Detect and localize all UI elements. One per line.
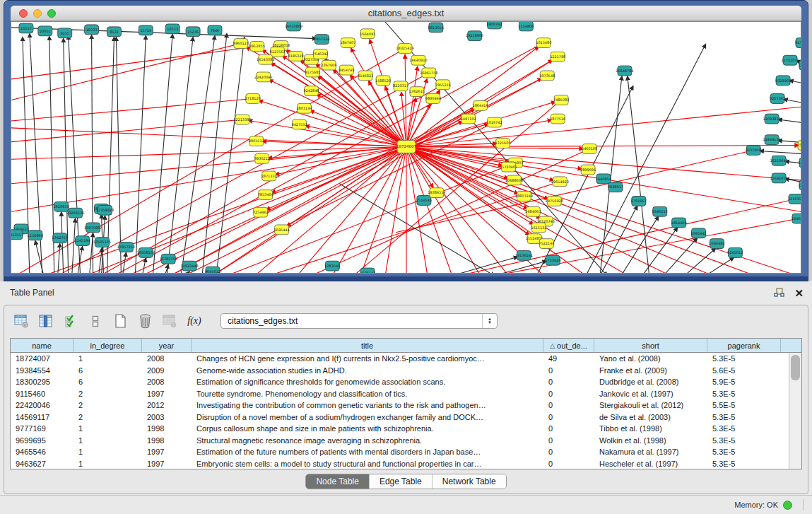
table-cell[interactable]: 2003 <box>142 413 192 421</box>
table-cell[interactable]: 18300295 <box>11 378 73 386</box>
table-row[interactable]: 969969511998Structural magnetic resonanc… <box>11 435 789 447</box>
row-height-icon[interactable] <box>87 313 104 329</box>
table-cell[interactable]: Disruption of a novel member of a sodium… <box>192 413 543 421</box>
table-row[interactable]: 911546021997Tourette syndrome. Phenomeno… <box>11 388 789 400</box>
table-cell[interactable]: 1 <box>73 460 142 468</box>
table-cell[interactable]: 1 <box>73 424 142 433</box>
table-cell[interactable]: 2009 <box>142 366 192 375</box>
table-cell[interactable]: Jankovic et al. (1997) <box>594 390 707 398</box>
table-cell[interactable]: 1 <box>73 354 142 363</box>
close-panel-icon[interactable]: ✕ <box>794 288 804 298</box>
network-window-titlebar[interactable]: citations_edges.txt <box>11 6 801 21</box>
table-cell[interactable]: 14569117 <box>11 413 73 421</box>
table-cell[interactable]: 0 <box>543 448 594 456</box>
table-row[interactable]: 946362711997Embryonic stem cells: a mode… <box>11 458 789 469</box>
table-cell[interactable]: Dudbridge et al. (2008) <box>594 378 707 386</box>
table-cell[interactable]: 1 <box>73 448 142 456</box>
table-vertical-scrollbar[interactable] <box>789 353 801 469</box>
table-cell[interactable]: 18724007 <box>11 354 73 363</box>
table-cell[interactable]: Stergiakouli et al. (2012) <box>594 401 707 409</box>
table-cell[interactable]: 5.6E-5 <box>707 366 781 375</box>
table-cell[interactable]: Corpus callosum shape and size in male p… <box>192 424 543 433</box>
table-row[interactable]: 2242004622012Investigating the contribut… <box>11 399 789 411</box>
table-cell[interactable]: 2 <box>73 401 142 409</box>
table-cell[interactable]: 2008 <box>142 378 192 386</box>
table-cell[interactable]: 0 <box>543 390 594 398</box>
column-header-pagerank[interactable]: pagerank <box>707 339 781 352</box>
table-selector-dropdown[interactable]: citations_edges.txt ▲▼ <box>220 313 498 329</box>
table-cell[interactable]: 1997 <box>142 460 192 468</box>
table-cell[interactable]: 22420046 <box>11 401 73 409</box>
column-header-in_degree[interactable]: in_degree <box>73 339 142 352</box>
delete-table-icon[interactable] <box>136 313 153 329</box>
close-window-button[interactable] <box>19 9 28 18</box>
memory-ok-icon[interactable] <box>783 501 792 510</box>
table-cell[interactable]: 0 <box>543 366 594 375</box>
table-cell[interactable]: 5.9E-5 <box>707 378 781 386</box>
scrollbar-thumb[interactable] <box>791 355 800 380</box>
table-row[interactable]: 946554611997Estimation of the future num… <box>11 446 789 458</box>
table-cell[interactable]: Yano et al. (2008) <box>594 354 707 363</box>
column-header-name[interactable]: name <box>11 339 73 352</box>
table-cell[interactable]: 1997 <box>142 390 192 398</box>
table-cell[interactable]: Structural magnetic resonance image aver… <box>192 436 543 445</box>
network-canvas[interactable]: 1655720051915516033813115724105531527676… <box>11 21 801 274</box>
table-cell[interactable]: 5.5E-5 <box>707 401 781 409</box>
table-cell[interactable]: 0 <box>543 436 594 445</box>
table-cell[interactable]: Tourette syndrome. Phenomenology and cla… <box>192 390 543 398</box>
minimize-window-button[interactable] <box>33 9 42 18</box>
table-cell[interactable]: Changes of HCN gene expression and I(f) … <box>192 354 543 363</box>
table-cell[interactable]: 9465546 <box>11 448 73 456</box>
table-cell[interactable]: Embryonic stem cells: a model to study s… <box>192 460 543 468</box>
table-cell[interactable]: 1998 <box>142 424 192 433</box>
table-cell[interactable]: 5.3E-5 <box>707 436 781 445</box>
table-cell[interactable]: 5.3E-5 <box>707 354 781 363</box>
table-cell[interactable]: 5.3E-5 <box>707 424 781 433</box>
table-cell[interactable]: 9777169 <box>11 424 73 433</box>
column-header-out_de[interactable]: △out_de... <box>543 339 594 352</box>
show-hide-columns-icon[interactable] <box>37 313 54 329</box>
table-cell[interactable]: 5.3E-5 <box>707 413 781 421</box>
table-cell[interactable]: 5.3E-5 <box>707 460 781 468</box>
tab-network-table[interactable]: Network Table <box>433 474 506 489</box>
table-cell[interactable]: 2 <box>73 413 142 421</box>
table-cell[interactable]: Genome-wide association studies in ADHD. <box>192 366 543 375</box>
table-cell[interactable]: 5.3E-5 <box>707 448 781 456</box>
citation-graph[interactable]: 1655720051915516033813115724105531527676… <box>11 22 801 273</box>
function-builder-icon[interactable]: f(x) <box>186 313 203 329</box>
table-row[interactable]: 1938455462009Genome-wide association stu… <box>11 365 789 377</box>
table-row[interactable]: 1830029562008Estimation of significance … <box>11 376 789 388</box>
table-row[interactable]: 1456911722003Disruption of a novel membe… <box>11 411 789 424</box>
table-cell[interactable]: Nakamura et al. (1997) <box>594 448 707 456</box>
table-cell[interactable]: 0 <box>543 460 594 468</box>
column-header-year[interactable]: year <box>142 339 192 352</box>
new-table-icon[interactable] <box>112 313 129 329</box>
table-cell[interactable]: 9115460 <box>11 390 73 398</box>
table-cell[interactable]: 1 <box>73 436 142 445</box>
select-all-rows-icon[interactable] <box>62 313 79 329</box>
table-cell[interactable]: 1997 <box>142 448 192 456</box>
table-cell[interactable]: 2 <box>73 390 142 398</box>
table-cell[interactable]: Hescheler et al. (1997) <box>594 460 707 468</box>
table-cell[interactable]: 0 <box>543 401 594 409</box>
table-cell[interactable]: 1998 <box>142 436 192 445</box>
table-cell[interactable]: Estimation of significance thresholds fo… <box>192 378 543 386</box>
table-cell[interactable]: 6 <box>73 378 142 386</box>
table-cell[interactable]: 5.3E-5 <box>707 390 781 398</box>
float-panel-icon[interactable] <box>774 288 784 298</box>
column-header-title[interactable]: title <box>192 339 543 352</box>
table-cell[interactable]: Estimation of the future numbers of pati… <box>192 448 543 456</box>
table-cell[interactable]: 0 <box>543 424 594 433</box>
tab-node-table[interactable]: Node Table <box>306 474 370 489</box>
table-cell[interactable]: 2008 <box>142 354 192 363</box>
table-cell[interactable]: Wolkin et al. (1998) <box>594 436 707 445</box>
table-cell[interactable]: Tibbo et al. (1998) <box>594 424 707 433</box>
table-cell[interactable]: 19384554 <box>11 366 73 375</box>
table-cell[interactable]: 49 <box>543 354 594 363</box>
create-table-icon[interactable] <box>13 313 30 329</box>
table-cell[interactable]: 9463627 <box>11 460 73 468</box>
tab-edge-table[interactable]: Edge Table <box>370 474 433 489</box>
table-cell[interactable]: 9699695 <box>11 436 73 445</box>
table-cell[interactable]: 2012 <box>142 401 192 409</box>
zoom-window-button[interactable] <box>47 9 56 18</box>
